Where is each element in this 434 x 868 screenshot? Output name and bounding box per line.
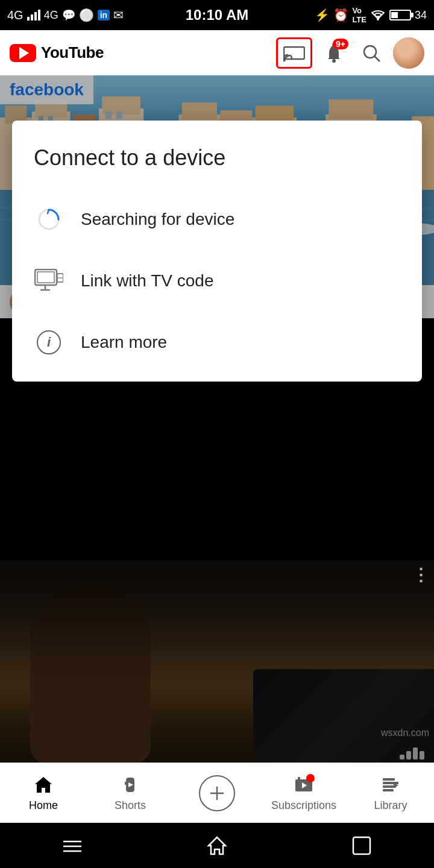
bluetooth-icon: ⚡ [315,8,330,22]
nav-home[interactable]: Home [0,774,87,812]
home-label: Home [29,799,58,812]
cast-button[interactable] [276,37,312,69]
shorts-icon [119,774,141,796]
learn-more-label: Learn more [81,333,167,352]
svg-rect-63 [298,777,300,782]
tv-code-icon [34,266,64,296]
searching-icon [34,204,64,234]
yt-logo-text: YouTube [41,43,104,62]
lte-icon: VoLTE [352,6,366,24]
youtube-header: YouTube 9+ [0,30,434,75]
main-content: facebook ❤ ⋮ Connect to a device [0,75,434,790]
svg-point-4 [377,18,379,20]
circle-icon: ⚪ [79,8,94,22]
user-avatar [393,37,424,69]
notification-badge: 9+ [333,39,348,49]
shorts-label: Shorts [115,799,146,812]
time-display: 10:10 AM [186,7,248,24]
svg-rect-3 [38,10,40,20]
status-bar: 4G 4G 💬 ⚪ in ✉ 10:10 AM ⚡ ⏰ VoLTE 34 [0,0,434,30]
bottom-navigation: Home Shorts [0,763,434,823]
link-tv-code-item[interactable]: Link with TV code [34,254,400,308]
svg-rect-67 [383,782,398,784]
yt-play-icon [19,47,29,59]
search-button[interactable] [356,37,387,69]
linkedin-icon: in [98,10,110,20]
searching-for-device-label: Searching for device [81,210,234,229]
dialog-overlay: Connect to a device Searching for device [0,75,434,790]
youtube-logo[interactable]: YouTube [10,43,104,62]
system-navigation [0,823,434,868]
svg-rect-53 [37,272,54,283]
searching-for-device-item[interactable]: Searching for device [34,192,400,247]
nav-subscriptions[interactable]: Subscriptions [260,774,347,812]
link-tv-code-label: Link with TV code [81,271,214,291]
email-icon: ✉ [113,8,124,22]
svg-point-7 [332,59,336,63]
yt-logo-icon [10,44,36,62]
signal-4g: 4G [7,8,24,22]
learn-more-item[interactable]: i Learn more [34,315,400,370]
avatar-button[interactable] [393,37,424,69]
battery-fill [391,12,398,18]
battery-percent: 34 [415,9,427,22]
svg-rect-75 [353,837,370,854]
wifi-icon [370,9,386,21]
svg-rect-69 [383,789,394,791]
nav-shorts[interactable]: Shorts [87,774,174,812]
subscriptions-badge [306,774,315,782]
library-icon [380,774,401,796]
svg-rect-0 [27,17,30,20]
library-label: Library [374,799,407,812]
nav-library[interactable]: Library [347,774,434,812]
search-icon [360,42,382,64]
nav-create[interactable] [174,775,260,811]
svg-marker-74 [209,837,225,854]
sys-home-button[interactable] [205,834,229,858]
svg-rect-1 [31,14,33,20]
alarm-icon: ⏰ [333,8,348,22]
svg-rect-66 [383,778,395,781]
create-icon[interactable] [199,775,235,811]
cast-icon [283,45,305,61]
connect-device-dialog: Connect to a device Searching for device [12,121,422,382]
whatsapp-icon: 💬 [62,8,75,22]
subscriptions-icon [293,774,315,796]
signal-bars-icon [27,10,40,20]
status-left: 4G 4G 💬 ⚪ in ✉ [7,8,124,22]
status-right: ⚡ ⏰ VoLTE 34 [315,6,427,24]
svg-line-10 [374,56,380,61]
speed-indicator: 4G [44,9,58,22]
home-icon [33,774,54,796]
subscriptions-label: Subscriptions [271,799,336,812]
battery-icon [389,10,411,20]
info-icon: i [34,327,64,357]
svg-rect-2 [34,12,37,20]
sys-menu-button[interactable] [60,837,84,855]
dialog-title: Connect to a device [34,145,400,171]
svg-marker-58 [35,777,52,793]
sys-back-button[interactable] [350,834,374,858]
notifications-button[interactable]: 9+ [318,37,350,69]
